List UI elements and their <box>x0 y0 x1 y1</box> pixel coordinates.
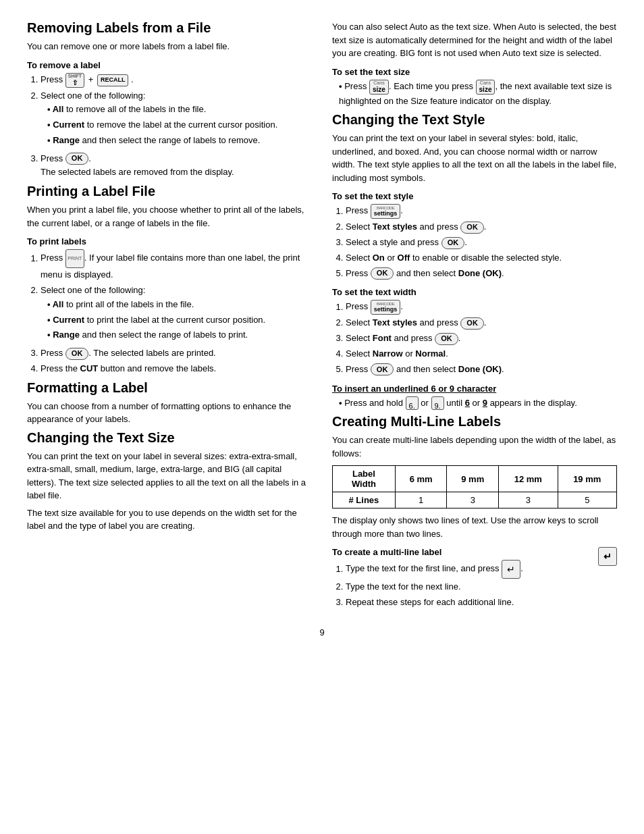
subsection-heading-set-width: To set the text width <box>332 287 617 297</box>
section-auto-text-size: You can also select Auto as the text siz… <box>332 20 617 112</box>
set-width-steps: Press BARCODE settings . Select Text sty… <box>332 300 617 376</box>
underlined-char-steps: Press and hold ​ 6. or ​ 9. until 6 or 9… <box>332 396 617 411</box>
section-title-printing: Printing a Label File <box>27 184 312 199</box>
section-title-multiline: Creating Multi-Line Labels <box>332 414 617 429</box>
set-size-step-1: Press Cans size . Each time you press Ca… <box>339 80 617 109</box>
ok-key-2: OK <box>65 348 89 360</box>
print-step-1: Press PRINT . If your label file contain… <box>41 249 312 282</box>
enter-key: ↵ <box>502 560 520 579</box>
section-multiline: Creating Multi-Line Labels You can creat… <box>332 414 617 614</box>
set-style-step-5: Press OK and then select Done (OK). <box>346 267 617 281</box>
set-style-step-2: Select Text styles and press OK. <box>346 220 617 234</box>
page-number: 9 <box>27 627 617 637</box>
settings-key-2: BARCODE settings <box>371 300 401 315</box>
table-header-row: LabelWidth 6 mm 9 mm 12 mm 19 mm <box>333 466 617 492</box>
multiline-table-wrap: LabelWidth 6 mm 9 mm 12 mm 19 mm # Lines… <box>332 465 617 509</box>
remove-step-1: Press SHIFT ⇧ + RECALL . <box>41 73 312 88</box>
section-intro-multiline: You can create multi-line labels dependi… <box>332 434 617 460</box>
size-key-2: Cans size <box>476 80 495 95</box>
recall-key: RECALL <box>97 74 129 86</box>
set-style-steps: Press BARCODE settings . Select Text sty… <box>332 204 617 280</box>
section-extra-text-size: The text size available for you to use d… <box>27 506 312 533</box>
section-removing-labels: Removing Labels from a File You can remo… <box>27 20 312 184</box>
table-header-12mm: 12 mm <box>499 466 558 492</box>
table-header-9mm: 9 mm <box>447 466 499 492</box>
table-cell-lines-label: # Lines <box>333 492 396 509</box>
set-size-steps: Press Cans size . Each time you press Ca… <box>332 80 617 109</box>
table-header-6mm: 6 mm <box>395 466 447 492</box>
set-style-step-4: Select On or Off to enable or disable th… <box>346 251 617 265</box>
subsection-heading-underlined-char: To insert an underlined 6 or 9 character <box>332 384 617 394</box>
auto-text-size-intro: You can also select Auto as the text siz… <box>332 20 617 60</box>
set-width-step-4: Select Narrow or Normal. <box>346 347 617 361</box>
set-width-step-2: Select Text styles and press OK. <box>346 316 617 330</box>
set-width-step-1: Press BARCODE settings . <box>346 300 617 315</box>
set-width-step-5: Press OK and then select Done (OK). <box>346 363 617 377</box>
section-title-removing: Removing Labels from a File <box>27 20 312 36</box>
set-width-step-3: Select Font and press OK. <box>346 332 617 346</box>
right-column: You can also select Auto as the text siz… <box>332 20 617 614</box>
plus-sign: + <box>88 73 94 87</box>
subsection-heading-set-style: To set the text style <box>332 191 617 201</box>
remove-step-3: Press OK. The selected labels are remove… <box>41 152 312 180</box>
table-cell-19mm-lines: 5 <box>558 492 617 509</box>
section-printing: Printing a Label File When you print a l… <box>27 184 312 380</box>
multiline-after-table: The display only shows two lines of text… <box>332 514 617 540</box>
create-multiline-step-1: Type the text for the first line, and pr… <box>346 560 617 579</box>
shift-key: SHIFT ⇧ <box>65 73 84 88</box>
create-multiline-step-3: Repeat these steps for each additional l… <box>346 596 617 610</box>
remove-step-3-desc: The selected labels are removed from the… <box>41 167 234 177</box>
ok-key-7: OK <box>435 333 458 345</box>
section-intro-removing: You can remove one or more labels from a… <box>27 40 312 53</box>
table-header-label-width: LabelWidth <box>333 466 396 492</box>
section-intro-formatting: You can choose from a number of formatti… <box>27 400 312 426</box>
subsection-heading-remove-label: To remove a label <box>27 60 312 70</box>
ok-key-5: OK <box>371 267 394 280</box>
ok-key-6: OK <box>460 317 484 330</box>
table-cell-6mm-lines: 1 <box>395 492 447 509</box>
ok-key-8: OK <box>371 363 394 375</box>
create-multiline-steps: Type the text for the first line, and pr… <box>332 560 617 610</box>
table-header-19mm: 19 mm <box>558 466 617 492</box>
subsection-heading-print: To print labels <box>27 236 312 246</box>
ok-key-3: OK <box>460 221 484 234</box>
table-cell-12mm-lines: 3 <box>499 492 558 509</box>
enter-key-icon: ↵ <box>598 547 617 566</box>
char-6-key: ​ 6. <box>406 396 419 410</box>
left-column: Removing Labels from a File You can remo… <box>27 20 312 614</box>
section-intro-text-size: You can print the text on your label in … <box>27 450 312 502</box>
remove-step-1-text: Press <box>41 74 65 84</box>
remove-step-2: Select one of the following: All to remo… <box>41 89 312 148</box>
remove-options: All to remove all of the labels in the f… <box>41 103 312 147</box>
ok-key: OK <box>65 153 89 165</box>
table-cell-9mm-lines: 3 <box>447 492 499 509</box>
section-title-formatting: Formatting a Label <box>27 380 312 396</box>
table-row-lines: # Lines 1 3 3 5 <box>333 492 617 509</box>
section-title-text-size: Changing the Text Size <box>27 430 312 446</box>
print-step-2: Select one of the following: All to prin… <box>41 284 312 342</box>
print-step-3: Press OK. The selected labels are printe… <box>41 346 312 361</box>
remove-option-range: Range and then select the range of label… <box>47 134 312 148</box>
ok-key-4: OK <box>441 237 465 249</box>
print-step-4: Press the CUT button and remove the labe… <box>41 362 312 376</box>
remove-label-steps: Press SHIFT ⇧ + RECALL . Select one of t… <box>27 73 312 180</box>
print-steps: Press PRINT . If your label file contain… <box>27 249 312 376</box>
set-style-step-3: Select a style and press OK. <box>346 236 617 250</box>
section-text-size: Changing the Text Size You can print the… <box>27 430 312 537</box>
char-9-key: ​ 9. <box>431 396 444 410</box>
multiline-table: LabelWidth 6 mm 9 mm 12 mm 19 mm # Lines… <box>332 465 617 509</box>
section-formatting: Formatting a Label You can choose from a… <box>27 380 312 430</box>
print-option-all: All to print all of the labels in the fi… <box>47 298 312 312</box>
print-options: All to print all of the labels in the fi… <box>41 298 312 342</box>
underlined-char-step-1: Press and hold ​ 6. or ​ 9. until 6 or 9… <box>339 396 617 411</box>
remove-option-all: All to remove all of the labels in the f… <box>47 103 312 117</box>
section-intro-printing: When you print a label file, you choose … <box>27 203 312 230</box>
subsection-heading-set-size: To set the text size <box>332 67 617 77</box>
section-intro-text-style: You can print the text on your label in … <box>332 132 617 184</box>
settings-key: BARCODE settings <box>371 204 401 219</box>
section-text-style: Changing the Text Style You can print th… <box>332 112 617 414</box>
set-style-step-1: Press BARCODE settings . <box>346 204 617 219</box>
subsection-heading-create-multiline: To create a multi-line label ↵ <box>332 547 617 557</box>
create-multiline-step-2: Type the text for the next line. <box>346 580 617 594</box>
print-option-range: Range and then select the range of label… <box>47 328 312 342</box>
